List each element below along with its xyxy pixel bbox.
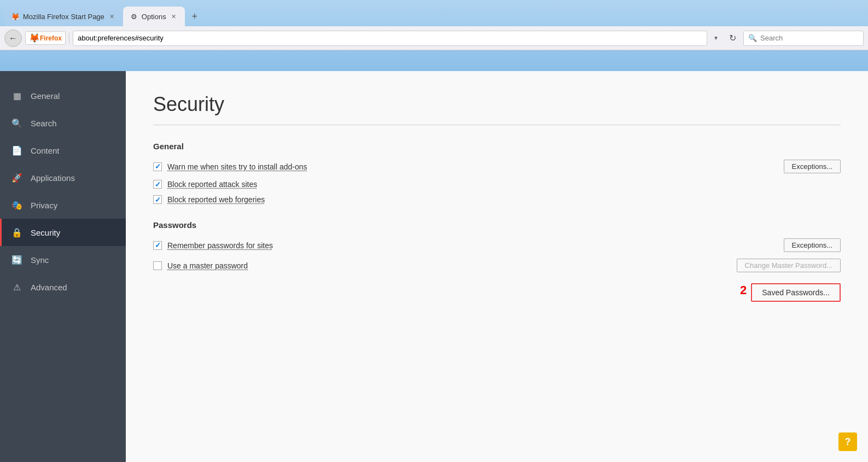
block-attack-row: ✓ Block reported attack sites xyxy=(153,180,841,189)
browser-search-input[interactable] xyxy=(760,34,859,42)
saved-passwords-row: 2 Saved Passwords... xyxy=(153,279,841,302)
advanced-icon: ⚠ xyxy=(11,281,23,293)
block-attack-checkbox[interactable]: ✓ xyxy=(153,180,162,189)
general-section-title: General xyxy=(153,142,841,151)
tab-bar: 🦊 Mozilla Firefox Start Page ✕ ⚙ Options… xyxy=(0,0,868,26)
tab-firefox-label: Mozilla Firefox Start Page xyxy=(23,13,104,21)
firefox-flame-icon: 🦊 xyxy=(29,33,40,43)
sidebar-item-sync-label: Sync xyxy=(31,255,49,265)
general-section: General ✓ Warn me when sites try to inst… xyxy=(153,142,841,204)
general-icon: ▦ xyxy=(11,90,23,102)
annotation-2: 2 xyxy=(740,283,747,297)
sidebar-item-privacy[interactable]: 🎭 Privacy xyxy=(0,191,126,219)
block-forgeries-row: ✓ Block reported web forgeries xyxy=(153,195,841,204)
remember-passwords-left: ✓ Remember passwords for sites xyxy=(153,241,273,250)
tab-firefox-close[interactable]: ✕ xyxy=(108,12,116,21)
sidebar-item-security[interactable]: 🔒 Security 1 xyxy=(0,219,126,246)
help-button[interactable]: ? xyxy=(838,432,857,451)
sidebar-item-content-label: Content xyxy=(31,146,60,155)
block-forgeries-checkbox[interactable]: ✓ xyxy=(153,195,162,204)
url-separator xyxy=(69,33,69,44)
sidebar-item-search[interactable]: 🔍 Search xyxy=(0,109,126,137)
warn-addons-checkbox[interactable]: ✓ xyxy=(153,162,162,171)
tab-firefox[interactable]: 🦊 Mozilla Firefox Start Page ✕ xyxy=(4,7,123,26)
sync-icon: 🔄 xyxy=(11,254,23,266)
content-icon: 📄 xyxy=(11,144,23,156)
main-pane: Security General ✓ Warn me when sites tr… xyxy=(126,71,868,462)
master-password-label: Use a master password xyxy=(167,261,248,270)
master-password-checkbox[interactable] xyxy=(153,261,162,270)
page-title: Security xyxy=(153,93,841,116)
sidebar-item-applications-label: Applications xyxy=(31,173,75,183)
sidebar-item-applications[interactable]: 🚀 Applications xyxy=(0,164,126,191)
nav-bar: ← 🦊 Firefox ▼ ↻ 🔍 xyxy=(0,26,868,50)
block-forgeries-label: Block reported web forgeries xyxy=(167,195,265,204)
sidebar-item-content[interactable]: 📄 Content xyxy=(0,137,126,164)
sidebar-item-search-label: Search xyxy=(31,119,57,128)
security-icon: 🔒 xyxy=(11,226,23,238)
sidebar-item-advanced[interactable]: ⚠ Advanced xyxy=(0,273,126,301)
warn-addons-exceptions-button[interactable]: Exceptions... xyxy=(784,160,841,173)
privacy-icon: 🎭 xyxy=(11,199,23,211)
sidebar: ▦ General 🔍 Search 📄 Content 🚀 Applicati… xyxy=(0,71,126,462)
block-attack-label: Block reported attack sites xyxy=(167,180,257,189)
tab-options-label: Options xyxy=(142,13,166,21)
refresh-button[interactable]: ↻ xyxy=(725,31,740,46)
browser-search-box: 🔍 xyxy=(743,31,864,46)
passwords-section-title: Passwords xyxy=(153,220,841,230)
sidebar-item-security-label: Security xyxy=(31,228,60,237)
firefox-icon: 🦊 xyxy=(11,12,20,21)
firefox-badge: 🦊 Firefox xyxy=(25,31,66,45)
browser-chrome: 🦊 Mozilla Firefox Start Page ✕ ⚙ Options… xyxy=(0,0,868,71)
remember-passwords-checkbox[interactable]: ✓ xyxy=(153,241,162,250)
url-dropdown-button[interactable]: ▼ xyxy=(710,33,721,44)
change-master-password-button[interactable]: Change Master Password... xyxy=(737,259,841,272)
warn-addons-left: ✓ Warn me when sites try to install add-… xyxy=(153,162,307,171)
sidebar-item-privacy-label: Privacy xyxy=(31,201,57,210)
page-divider xyxy=(153,125,841,125)
refresh-icon: ↻ xyxy=(729,33,736,43)
back-button[interactable]: ← xyxy=(4,30,22,47)
firefox-label: Firefox xyxy=(40,34,62,42)
url-bar[interactable] xyxy=(73,31,707,46)
gear-icon: ⚙ xyxy=(130,12,138,21)
remember-passwords-row: ✓ Remember passwords for sites Exception… xyxy=(153,238,841,252)
new-tab-button[interactable]: + xyxy=(187,9,202,24)
master-password-left: Use a master password xyxy=(153,261,248,270)
search-icon: 🔍 xyxy=(11,117,23,129)
tab-options[interactable]: ⚙ Options ✕ xyxy=(123,7,185,26)
browser-content: ▦ General 🔍 Search 📄 Content 🚀 Applicati… xyxy=(0,71,868,462)
remember-passwords-label: Remember passwords for sites xyxy=(167,241,273,250)
sidebar-item-sync[interactable]: 🔄 Sync xyxy=(0,246,126,273)
remember-passwords-exceptions-button[interactable]: Exceptions... xyxy=(784,238,841,252)
sidebar-item-advanced-label: Advanced xyxy=(31,283,67,292)
tab-options-close[interactable]: ✕ xyxy=(170,12,178,21)
master-password-row: Use a master password Change Master Pass… xyxy=(153,259,841,272)
sidebar-item-general-label: General xyxy=(31,91,60,101)
back-icon: ← xyxy=(9,33,18,43)
applications-icon: 🚀 xyxy=(11,172,23,184)
warn-addons-row: ✓ Warn me when sites try to install add-… xyxy=(153,160,841,173)
search-icon: 🔍 xyxy=(748,34,757,42)
warn-addons-label: Warn me when sites try to install add-on… xyxy=(167,162,307,171)
passwords-section: Passwords ✓ Remember passwords for sites… xyxy=(153,220,841,302)
dropdown-icon: ▼ xyxy=(713,35,719,41)
sidebar-item-general[interactable]: ▦ General xyxy=(0,82,126,109)
saved-passwords-button[interactable]: Saved Passwords... xyxy=(751,283,841,302)
